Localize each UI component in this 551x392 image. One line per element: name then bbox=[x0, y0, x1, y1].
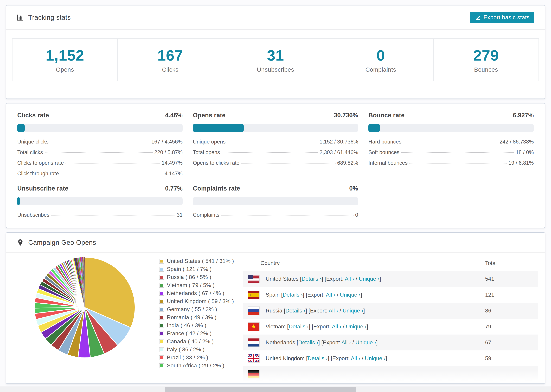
bracket: [ bbox=[331, 355, 332, 361]
rate-metric-row: Soft bounces18 / 0% bbox=[368, 149, 534, 155]
geo-opens-title: Campaign Geo Opens bbox=[28, 239, 96, 246]
bracket: [ bbox=[312, 323, 313, 329]
legend-label: India ( 46 / 3% ) bbox=[167, 322, 206, 329]
legend-label: Spain ( 121 / 7% ) bbox=[167, 266, 212, 272]
details-link[interactable]: Details › bbox=[283, 292, 303, 298]
export-all-link[interactable]: All › bbox=[351, 355, 360, 361]
metric-value: 31 bbox=[177, 212, 183, 218]
rate-value: 0% bbox=[349, 185, 358, 192]
legend-swatch bbox=[159, 355, 164, 360]
metric-label: Soft bounces bbox=[368, 149, 399, 155]
details-link[interactable]: Details › bbox=[298, 339, 318, 345]
metric-value: 14.497% bbox=[162, 160, 183, 166]
legend-swatch bbox=[159, 267, 164, 272]
legend-swatch bbox=[159, 315, 164, 320]
export-unique-link[interactable]: Unique › bbox=[340, 292, 360, 298]
legend-label: Brazil ( 33 / 2% ) bbox=[167, 354, 208, 361]
export-unique-link[interactable]: Unique › bbox=[365, 355, 386, 361]
bracket: [ bbox=[281, 292, 283, 298]
horizontal-scrollbar-track[interactable] bbox=[0, 386, 551, 392]
export-all-link[interactable]: All › bbox=[332, 323, 341, 329]
export-basic-stats-button[interactable]: Export basic stats bbox=[470, 12, 534, 23]
metric-value: 220 / 5.87% bbox=[154, 149, 183, 155]
rate-metric-row: Internal bounces19 / 6.81% bbox=[368, 160, 534, 166]
legend-item-canada: Canada ( 40 / 2% ) bbox=[159, 338, 234, 345]
details-link[interactable]: Details › bbox=[302, 276, 322, 282]
geo-country-cell: United Kingdom [Details ›] [Export: All … bbox=[266, 355, 485, 362]
metric-label: Clicks to opens rate bbox=[17, 160, 64, 166]
geo-country-cell: Vietnam [Details ›] [Export: All › / Uni… bbox=[266, 323, 485, 330]
dotted-leader bbox=[221, 215, 353, 216]
legend-item-france: France ( 42 / 2% ) bbox=[159, 330, 234, 336]
legend-swatch bbox=[159, 363, 164, 368]
rate-progress-fill bbox=[368, 124, 380, 132]
legend-swatch bbox=[159, 307, 164, 312]
legend-item-south-africa: South Africa ( 29 / 2% ) bbox=[159, 362, 234, 369]
export-prefix: Export: bbox=[332, 355, 351, 361]
export-all-link[interactable]: All › bbox=[326, 292, 335, 298]
legend-label: France ( 42 / 2% ) bbox=[167, 330, 212, 336]
legend-item-germany: Germany ( 55 / 3% ) bbox=[159, 306, 234, 313]
details-link[interactable]: Details › bbox=[308, 355, 328, 361]
geo-total-cell: 121 bbox=[485, 292, 538, 298]
details-link[interactable]: Details › bbox=[289, 323, 309, 329]
horizontal-scrollbar-thumb[interactable] bbox=[165, 387, 356, 392]
geo-table-header-row: Country Total bbox=[243, 255, 538, 271]
export-all-link[interactable]: All › bbox=[345, 276, 354, 282]
export-all-link[interactable]: All › bbox=[341, 339, 351, 345]
rate-metric-row: Total opens2,303 / 61.446% bbox=[193, 149, 358, 155]
bracket: ] bbox=[328, 355, 329, 361]
rate-value: 0.77% bbox=[165, 185, 183, 192]
export-unique-link[interactable]: Unique › bbox=[359, 276, 380, 282]
legend-swatch bbox=[159, 283, 164, 288]
legend-item-netherlands: Netherlands ( 67 / 4% ) bbox=[159, 290, 234, 296]
rate-progress-fill bbox=[193, 124, 244, 132]
bracket: ] bbox=[303, 292, 304, 298]
bracket: [ bbox=[300, 276, 302, 282]
metric-label: Unique clicks bbox=[17, 139, 49, 145]
stat-label: Complaints bbox=[365, 66, 396, 73]
geo-table-row-gb: United Kingdom [Details ›] [Export: All … bbox=[243, 350, 538, 366]
legend-swatch bbox=[159, 339, 164, 344]
metric-label: Hard bounces bbox=[368, 139, 402, 145]
rate-metric-row: Click through rate4.147% bbox=[17, 170, 183, 177]
rate-progress-track bbox=[193, 124, 358, 132]
metric-value: 167 / 4.456% bbox=[151, 139, 183, 145]
rate-header: Unsubscribe rate0.77% bbox=[17, 185, 183, 192]
bracket: [ bbox=[321, 339, 323, 345]
metric-value: 4.147% bbox=[165, 170, 183, 177]
rate-title: Opens rate bbox=[193, 112, 226, 119]
metric-value: 2,303 / 61.446% bbox=[319, 149, 358, 155]
geo-total-cell: 541 bbox=[485, 276, 538, 282]
rate-metric-row: Hard bounces242 / 86.738% bbox=[368, 139, 534, 145]
bracket: [ bbox=[287, 323, 289, 329]
export-all-link[interactable]: All › bbox=[329, 308, 338, 314]
stat-value: 1,152 bbox=[46, 47, 84, 64]
metric-label: Click through rate bbox=[17, 170, 59, 177]
metric-label: Opens to clicks rate bbox=[193, 160, 239, 166]
stat-value: 167 bbox=[157, 47, 183, 64]
geo-table-row-es: Spain [Details ›] [Export: All › / Uniqu… bbox=[243, 287, 538, 303]
rate-metric-row: Unique opens1,152 / 30.736% bbox=[193, 139, 358, 145]
metric-value: 18 / 0% bbox=[516, 149, 534, 155]
rate-metric-row: Clicks to opens rate14.497% bbox=[17, 160, 183, 166]
export-unique-link[interactable]: Unique › bbox=[346, 323, 367, 329]
legend-label: Germany ( 55 / 3% ) bbox=[167, 306, 217, 313]
stat-box-clicks: 167Clicks bbox=[118, 38, 223, 81]
export-prefix: Export: bbox=[307, 292, 326, 298]
details-link[interactable]: Details › bbox=[285, 308, 305, 314]
bracket: ] bbox=[376, 339, 378, 345]
dotted-leader bbox=[409, 163, 507, 163]
bracket: ] bbox=[322, 276, 323, 282]
bracket: ] bbox=[318, 339, 320, 345]
rate-metric-row: Complaints0 bbox=[193, 212, 358, 218]
dotted-leader bbox=[401, 152, 514, 153]
rate-header: Complaints rate0% bbox=[193, 185, 358, 192]
export-prefix: Export: bbox=[323, 339, 342, 345]
bracket: ] bbox=[363, 308, 365, 314]
rate-metric-row: Opens to clicks rate689.82% bbox=[193, 160, 358, 166]
geo-country-table: Country Total United States [Details ›] … bbox=[243, 255, 538, 382]
export-unique-link[interactable]: Unique › bbox=[343, 308, 363, 314]
legend-item-italy: Italy ( 36 / 2% ) bbox=[159, 346, 234, 353]
export-unique-link[interactable]: Unique › bbox=[355, 339, 376, 345]
